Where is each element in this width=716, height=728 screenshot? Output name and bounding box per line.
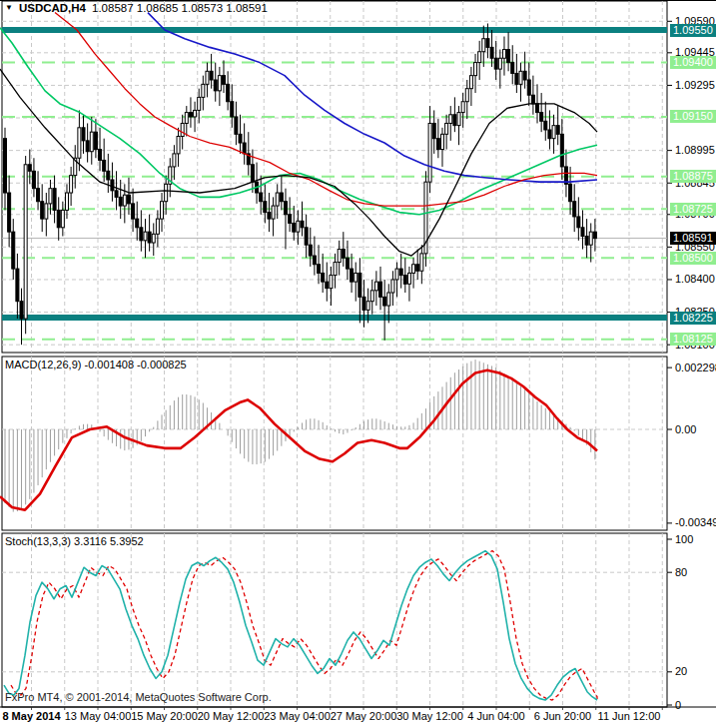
candle-body (511, 63, 514, 74)
candle-body (322, 273, 325, 282)
candle-body (416, 265, 419, 272)
candle-body (70, 176, 73, 193)
key-level-band (2, 315, 667, 321)
candle-body (309, 245, 312, 256)
candle-body (94, 132, 97, 149)
symbol-dropdown-icon[interactable]: ▼ (5, 3, 13, 13)
candle-body (272, 206, 275, 219)
candle-body (37, 189, 40, 202)
stoch-axis-label: 100 (675, 533, 693, 545)
candle-body (132, 204, 135, 219)
candle-body (515, 73, 518, 84)
candle-body (379, 282, 382, 297)
price-axis-label: 1.09295 (675, 79, 715, 91)
candle-body (366, 302, 369, 311)
time-axis-label: 11 Jun 12:00 (584, 710, 674, 723)
candle-body (449, 115, 452, 124)
candle-body (560, 134, 563, 167)
price-axis-label: 1.08400 (675, 273, 715, 285)
price-badge-green: 1.09150 (670, 110, 716, 123)
candle-body (280, 193, 283, 202)
candle-body (289, 215, 292, 224)
stoch-panel[interactable] (2, 533, 667, 707)
candle-body (338, 250, 341, 263)
macd-panel[interactable] (2, 357, 667, 530)
candle-body (8, 193, 11, 232)
candle-body (202, 84, 205, 97)
candle-body (194, 110, 197, 117)
candle-body (235, 117, 238, 134)
candle-body (152, 234, 155, 243)
candle-body (32, 171, 35, 188)
candle-body (293, 223, 296, 232)
price-badge-green: 1.08500 (670, 252, 716, 265)
candle-body (461, 102, 464, 113)
candle-body (82, 128, 85, 141)
candle-body (268, 213, 271, 220)
candle-body (173, 154, 176, 167)
candle-body (177, 137, 180, 154)
candle-body (45, 204, 48, 219)
candle-body (318, 265, 321, 274)
price-badge-green: 1.08875 (670, 170, 716, 183)
macd-axis-label: 0.00 (675, 423, 696, 435)
candle-body (276, 193, 279, 206)
candle-body (222, 76, 225, 85)
candle-body (502, 50, 505, 59)
candle-body (99, 150, 102, 161)
candle-body (111, 180, 114, 191)
candle-body (4, 139, 7, 193)
ohlc-values: 1.08587 1.08685 1.08573 1.08591 (92, 2, 268, 14)
candle-body (41, 202, 44, 219)
candle-body (498, 58, 501, 69)
candle-body (527, 80, 530, 95)
candle-body (342, 250, 345, 259)
platform-watermark: FxPro MT4, © 2001-2014, MetaQuotes Softw… (5, 691, 272, 703)
candle-body (243, 143, 246, 154)
candle-body (490, 47, 493, 58)
candle-body (494, 58, 497, 69)
candle-body (103, 160, 106, 171)
candle-body (407, 273, 410, 284)
candle-body (355, 273, 358, 282)
macd-axis-label: 0.002298 (675, 362, 716, 373)
candle-body (313, 256, 316, 265)
candle-body (436, 139, 439, 150)
candle-body (119, 197, 122, 206)
chart-title: ▼ USDCAD,H4 1.08587 1.08685 1.08573 1.08… (5, 2, 268, 14)
candle-body (326, 282, 329, 289)
candle-body (65, 193, 68, 210)
candle-body (358, 273, 361, 297)
candle-body (218, 76, 221, 91)
candle-body (115, 191, 118, 198)
symbol-period-label: USDCAD,H4 (19, 2, 86, 14)
price-axis-label: 1.08995 (675, 144, 715, 156)
candle-body (544, 121, 547, 130)
macd-axis-label: -0.00349 (675, 516, 716, 528)
candle-body (519, 71, 522, 84)
candle-body (403, 276, 406, 285)
candle-body (127, 195, 130, 204)
candle-body (214, 80, 217, 91)
candle-body (474, 63, 477, 76)
candle-body (231, 102, 234, 117)
candle-body (305, 228, 308, 245)
candle-body (61, 210, 64, 227)
candle-body (577, 217, 580, 228)
mt4-chart-window: ▼ USDCAD,H4 1.08587 1.08685 1.08573 1.08… (0, 0, 716, 728)
candle-body (362, 297, 365, 310)
candle-body (260, 193, 263, 202)
candle-body (536, 104, 539, 113)
candle-body (507, 50, 510, 63)
macd-indicator-label: MACD(12,26,9) -0.001408 -0.000825 (5, 359, 187, 370)
candle-body (16, 269, 19, 302)
candle-body (412, 265, 415, 274)
candle-body (136, 219, 139, 228)
stoch-indicator-label: Stoch(13,3,3) 3.3116 5.3952 (5, 535, 144, 547)
candle-body (428, 123, 431, 182)
candle-body (593, 232, 596, 239)
candle-body (330, 276, 333, 289)
stoch-axis-label: 20 (675, 665, 687, 677)
candle-body (556, 126, 559, 135)
key-level-band (2, 27, 667, 33)
